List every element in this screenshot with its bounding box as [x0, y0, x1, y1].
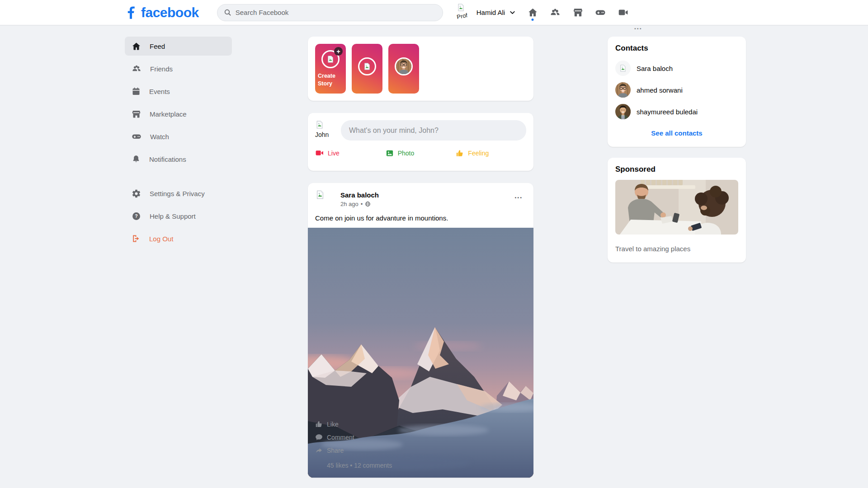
- post-photo-mountains[interactable]: Like Comment Share 45 likes • 12 comment…: [308, 228, 533, 478]
- sidebar-item-help[interactable]: ? Help & Support: [125, 206, 232, 225]
- sidebar-item-events[interactable]: Events: [125, 82, 232, 101]
- logout-icon: [132, 234, 141, 243]
- profile-menu[interactable]: Prof Hamid Ali: [457, 3, 516, 22]
- bell-icon: [132, 155, 141, 164]
- nav-video-button[interactable]: [618, 4, 628, 22]
- help-icon: ?: [132, 211, 141, 221]
- photo-icon: [386, 149, 394, 157]
- story-avatar-ring: [358, 57, 376, 75]
- composer-avatar-alt-text: John: [315, 131, 334, 138]
- friends-icon: [550, 7, 561, 18]
- nav-gaming-button[interactable]: [595, 4, 606, 22]
- sidebar-item-label: Marketplace: [150, 110, 187, 118]
- store-icon: [573, 7, 583, 18]
- sidebar-item-label: Help & Support: [150, 212, 196, 220]
- globe-icon: [365, 201, 371, 207]
- broken-image-icon: [315, 190, 325, 200]
- home-icon: [132, 42, 141, 51]
- post-meta: 2h ago •: [340, 201, 379, 207]
- story-card[interactable]: [352, 44, 382, 94]
- profile-avatar-alt-text: Prof: [457, 10, 473, 20]
- sidebar-item-label: Watch: [150, 133, 169, 141]
- post-stats: 45 likes • 12 comments: [327, 462, 392, 469]
- sponsored-ad-image[interactable]: [615, 180, 738, 235]
- sidebar-item-feed[interactable]: Feed: [125, 37, 232, 56]
- post-composer-card: John Live Photo Feeling: [308, 113, 533, 171]
- plus-icon[interactable]: +: [334, 47, 343, 56]
- story-avatar-ring: [395, 57, 413, 75]
- create-story-card[interactable]: + Create Story: [315, 44, 346, 94]
- contact-name: Sara baloch: [637, 65, 673, 72]
- live-video-icon: [315, 149, 324, 157]
- share-icon: [315, 446, 323, 454]
- facebook-logo-text: facebook: [141, 5, 199, 20]
- like-icon: [315, 420, 323, 428]
- feeling-label: Feeling: [468, 150, 489, 157]
- search-icon: [224, 9, 231, 16]
- like-label: Like: [327, 421, 339, 428]
- share-button[interactable]: Share: [315, 446, 392, 454]
- sidebar-item-label: Log Out: [149, 235, 173, 243]
- sidebar-item-notifications[interactable]: Notifications: [125, 150, 232, 169]
- contact-list: Sara baloch ahmed sorwani shaymureed bul…: [615, 61, 738, 119]
- sidebar-item-marketplace[interactable]: Marketplace: [125, 104, 232, 123]
- sidebar-item-watch[interactable]: Watch: [125, 127, 232, 146]
- facebook-f-icon: [124, 6, 138, 19]
- sidebar-item-logout[interactable]: Log Out: [125, 229, 232, 248]
- young-man-avatar: [615, 104, 631, 119]
- like-button[interactable]: Like: [315, 420, 392, 428]
- post-author-name[interactable]: Sara baloch: [340, 191, 379, 199]
- create-story-label: Create Story: [318, 72, 342, 88]
- contacts-title: Contacts: [615, 44, 738, 53]
- feeling-button[interactable]: Feeling: [456, 149, 526, 157]
- chevron-down-icon: [509, 9, 516, 16]
- contact-row-sara[interactable]: Sara baloch: [615, 61, 738, 76]
- live-button[interactable]: Live: [315, 149, 386, 157]
- sidebar-item-label: Notifications: [149, 155, 186, 163]
- feed-column: + Create Story John: [308, 37, 533, 478]
- contact-row-ahmed[interactable]: ahmed sorwani: [615, 82, 738, 98]
- sidebar-divider-gap: [125, 172, 232, 184]
- contact-avatar-photo: [615, 82, 631, 98]
- profile-avatar-broken: Prof: [457, 3, 473, 22]
- comment-button[interactable]: Comment: [315, 433, 392, 441]
- sidebar-item-settings[interactable]: Settings & Privacy: [125, 184, 232, 203]
- post-header: Sara baloch 2h ago • •••: [308, 183, 533, 212]
- stories-card: + Create Story: [308, 37, 533, 101]
- calendar-icon: [132, 87, 141, 96]
- nav-marketplace-button[interactable]: [572, 4, 583, 22]
- contacts-card: Contacts Sara baloch ahmed sorwani: [608, 37, 746, 147]
- active-tab-dot: [532, 19, 534, 21]
- sidebar-item-label: Friends: [150, 65, 173, 73]
- search-input[interactable]: [236, 9, 436, 16]
- contact-row-shaymureed[interactable]: shaymureed buledai: [615, 104, 738, 119]
- watch-icon: [132, 131, 142, 141]
- navbar-icon-group: [527, 4, 628, 22]
- post-menu-dots[interactable]: •••: [514, 195, 523, 200]
- contact-name: ahmed sorwani: [637, 86, 683, 94]
- broken-image-icon: [326, 55, 335, 63]
- post-author-avatar-broken[interactable]: [315, 190, 335, 210]
- thumb-icon: [456, 149, 464, 157]
- friends-icon: [132, 64, 142, 74]
- broken-image-icon: [315, 120, 324, 129]
- composer-avatar-broken: John: [315, 120, 334, 141]
- overflow-dots[interactable]: •••: [634, 26, 642, 31]
- status-input[interactable]: [341, 120, 526, 141]
- see-all-contacts-link[interactable]: See all contacts: [615, 129, 738, 137]
- nav-home-button[interactable]: [527, 4, 538, 22]
- nav-friends-button[interactable]: [550, 4, 561, 22]
- sidebar-item-friends[interactable]: Friends: [125, 59, 232, 78]
- comment-label: Comment: [327, 434, 354, 441]
- global-search: [217, 4, 443, 21]
- shop-scene-image: [615, 180, 738, 235]
- page-body: Feed Friends Events Marketplace Watch No…: [0, 25, 868, 478]
- top-navbar: facebook Prof Hamid Ali: [0, 0, 868, 25]
- story-card[interactable]: [388, 44, 419, 94]
- photo-button[interactable]: Photo: [386, 149, 456, 157]
- left-sidebar: Feed Friends Events Marketplace Watch No…: [125, 37, 232, 252]
- contact-avatar-broken: [615, 61, 631, 76]
- post-text: Come on join us for advanture in mountio…: [308, 212, 533, 228]
- facebook-logo[interactable]: facebook: [124, 5, 199, 20]
- man-glasses-avatar: [396, 59, 411, 74]
